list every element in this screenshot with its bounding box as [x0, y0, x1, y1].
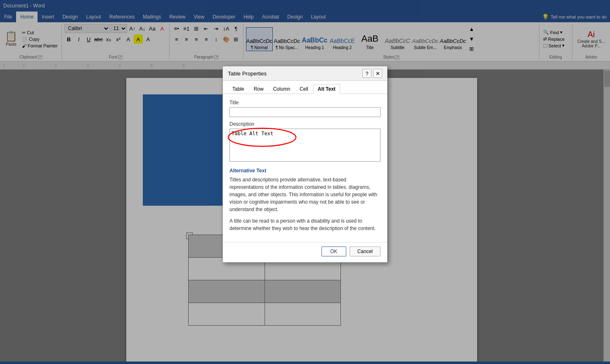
dialog-tab-table[interactable]: Table [228, 84, 249, 94]
dialog-footer: OK Cancel [223, 242, 387, 262]
description-label: Description [229, 121, 381, 127]
dialog-body: Title Description Table Alt Text Alterna… [223, 94, 387, 242]
cancel-button[interactable]: Cancel [350, 247, 381, 256]
dialog-tab-alt-text[interactable]: Alt Text [313, 84, 340, 94]
dialog-tab-cell[interactable]: Cell [295, 84, 313, 94]
alt-text-heading: Alternative Text [229, 168, 381, 174]
dialog-title: Table Properties [228, 70, 267, 77]
dialog-help-button[interactable]: ? [362, 69, 371, 78]
title-input[interactable] [229, 107, 381, 117]
title-label: Title [229, 100, 381, 106]
ok-button[interactable]: OK [322, 247, 346, 256]
dialog-tabs: Table Row Column Cell Alt Text [223, 81, 387, 94]
dialog-close-button[interactable]: ✕ [373, 69, 382, 78]
description-textarea[interactable]: Table Alt Text [229, 129, 381, 162]
dialog-tab-row[interactable]: Row [249, 84, 268, 94]
dialog-titlebar: Table Properties ? ✕ [223, 66, 387, 81]
alt-text-para1: Titles and descriptions provide alternat… [229, 176, 381, 213]
table-properties-dialog: Table Properties ? ✕ Table Row Column Ce… [222, 66, 388, 263]
dialog-tab-column[interactable]: Column [269, 84, 295, 94]
modal-overlay: Table Properties ? ✕ Table Row Column Ce… [0, 0, 610, 364]
alt-text-para2: A title can be read to a person with a d… [229, 217, 381, 232]
